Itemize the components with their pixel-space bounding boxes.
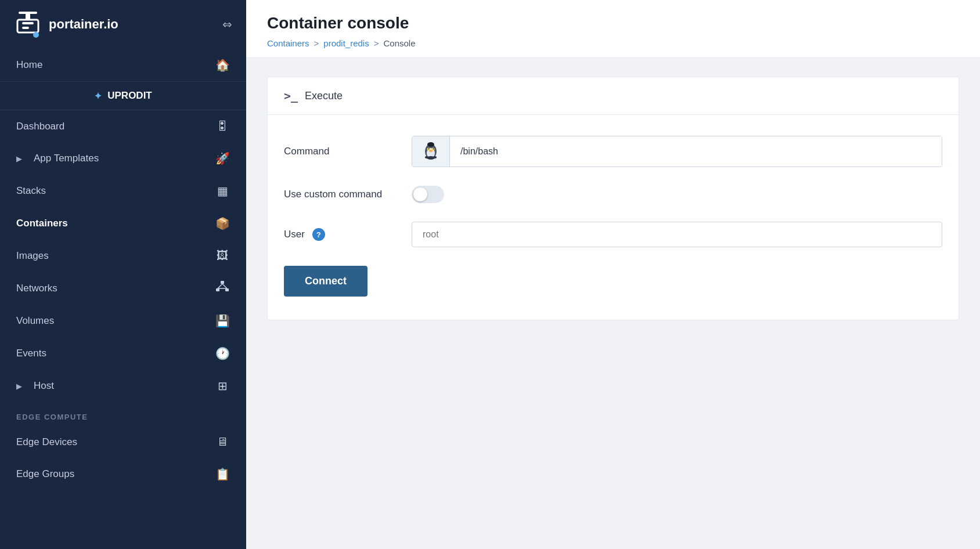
svg-point-18 [429, 150, 433, 152]
custom-command-toggle-container [412, 186, 444, 203]
content-area: >_ Execute Command [246, 58, 980, 339]
main-content: Container console Containers > prodit_re… [246, 0, 980, 549]
sidebar-item-dashboard-label: Dashboard [16, 121, 64, 132]
sidebar-item-containers[interactable]: Containers 📦 [0, 207, 246, 240]
command-label: Command [284, 146, 400, 157]
home-icon: 🏠 [215, 58, 230, 72]
svg-line-9 [218, 284, 222, 288]
execute-prefix-icon: >_ [284, 89, 298, 103]
user-row: User ? [284, 222, 942, 247]
sidebar-item-home[interactable]: Home 🏠 [0, 49, 246, 81]
toggle-track [412, 186, 444, 203]
sidebar-item-stacks-label: Stacks [16, 185, 46, 197]
toggle-thumb [413, 187, 427, 201]
sidebar-item-events[interactable]: Events 🕐 [0, 337, 246, 370]
breadcrumb-current: Console [383, 38, 415, 48]
containers-icon: 📦 [215, 216, 230, 230]
sidebar-item-networks-label: Networks [16, 283, 57, 294]
sidebar-item-edge-devices-label: Edge Devices [16, 436, 77, 448]
breadcrumb-container-name[interactable]: prodit_redis [323, 38, 369, 48]
custom-command-toggle[interactable] [412, 186, 444, 203]
main-nav: Dashboard 🎛 ▶ App Templates 🚀 Stacks ▦ C… [0, 110, 246, 402]
sidebar-item-images-label: Images [16, 250, 49, 262]
execute-card: >_ Execute Command [267, 77, 959, 320]
connect-button[interactable]: Connect [284, 266, 368, 297]
edge-nav: Edge Devices 🖥 Edge Groups 📋 [0, 426, 246, 490]
command-input[interactable] [450, 136, 942, 167]
custom-command-row: Use custom command [284, 186, 942, 203]
sidebar-item-dashboard[interactable]: Dashboard 🎛 [0, 110, 246, 142]
sidebar-item-host[interactable]: ▶ Host ⊞ [0, 370, 246, 402]
custom-command-label: Use custom command [284, 189, 400, 200]
edge-groups-icon: 📋 [215, 467, 230, 481]
svg-rect-4 [22, 27, 29, 29]
sidebar-item-events-label: Events [16, 348, 46, 359]
card-body: Command [268, 115, 959, 320]
svg-rect-2 [17, 20, 38, 32]
edge-compute-section-header: EDGE COMPUTE [0, 402, 246, 426]
svg-point-5 [33, 32, 39, 38]
toggle-sidebar-icon[interactable]: ⇔ [222, 17, 232, 31]
command-input-group [412, 136, 942, 167]
command-row: Command [284, 136, 942, 167]
app-templates-icon: 🚀 [215, 151, 230, 165]
env-label: UPRODIT [107, 90, 152, 102]
sidebar-item-host-label: Host [34, 380, 54, 392]
app-templates-arrow: ▶ [16, 154, 22, 163]
sidebar-item-networks[interactable]: Networks [0, 272, 246, 305]
svg-point-20 [425, 156, 428, 158]
sidebar-item-stacks[interactable]: Stacks ▦ [0, 175, 246, 207]
page-header: Container console Containers > prodit_re… [246, 0, 980, 58]
user-input[interactable] [412, 222, 942, 247]
sidebar-item-edge-groups[interactable]: Edge Groups 📋 [0, 458, 246, 490]
svg-rect-3 [22, 22, 34, 24]
breadcrumb-sep2: > [374, 38, 379, 48]
svg-rect-0 [19, 12, 37, 14]
connect-button-row: Connect [284, 266, 942, 297]
card-header: >_ Execute [268, 77, 959, 115]
edge-devices-icon: 🖥 [215, 435, 230, 449]
svg-point-21 [433, 156, 437, 158]
execute-header-title: Execute [305, 90, 343, 102]
sidebar-item-containers-label: Containers [16, 218, 68, 229]
sidebar-item-home-label: Home [16, 59, 42, 71]
dashboard-icon: 🎛 [215, 120, 230, 133]
env-selector[interactable]: ✦ UPRODIT [0, 81, 246, 110]
events-icon: 🕐 [215, 346, 230, 360]
breadcrumb: Containers > prodit_redis > Console [267, 38, 959, 57]
sidebar-item-app-templates[interactable]: ▶ App Templates 🚀 [0, 142, 246, 175]
host-icon: ⊞ [215, 379, 230, 393]
svg-point-22 [427, 142, 434, 147]
sidebar-item-app-templates-label: App Templates [34, 153, 99, 164]
app-name: portainer.io [49, 17, 118, 32]
svg-rect-6 [221, 281, 224, 284]
breadcrumb-sep1: > [314, 38, 319, 48]
sidebar: portainer.io ⇔ Home 🏠 ✦ UPRODIT Dashboar… [0, 0, 246, 549]
networks-icon [215, 281, 230, 295]
stacks-icon: ▦ [215, 184, 230, 198]
page-title: Container console [267, 14, 959, 32]
user-label: User ? [284, 228, 400, 241]
logo-area: portainer.io ⇔ [0, 0, 246, 49]
svg-point-16 [428, 149, 430, 150]
os-icon [412, 136, 450, 167]
images-icon: 🖼 [215, 249, 230, 262]
sidebar-item-edge-groups-label: Edge Groups [16, 468, 74, 480]
volumes-icon: 💾 [215, 314, 230, 328]
sidebar-item-volumes[interactable]: Volumes 💾 [0, 305, 246, 337]
sidebar-item-edge-devices[interactable]: Edge Devices 🖥 [0, 426, 246, 458]
svg-point-17 [433, 149, 434, 150]
svg-line-10 [222, 284, 227, 288]
portainer-logo [14, 10, 42, 38]
breadcrumb-containers[interactable]: Containers [267, 38, 309, 48]
host-arrow: ▶ [16, 382, 22, 391]
sidebar-item-volumes-label: Volumes [16, 315, 54, 327]
env-icon: ✦ [94, 91, 102, 102]
sidebar-item-images[interactable]: Images 🖼 [0, 240, 246, 272]
user-help-icon[interactable]: ? [312, 228, 325, 241]
